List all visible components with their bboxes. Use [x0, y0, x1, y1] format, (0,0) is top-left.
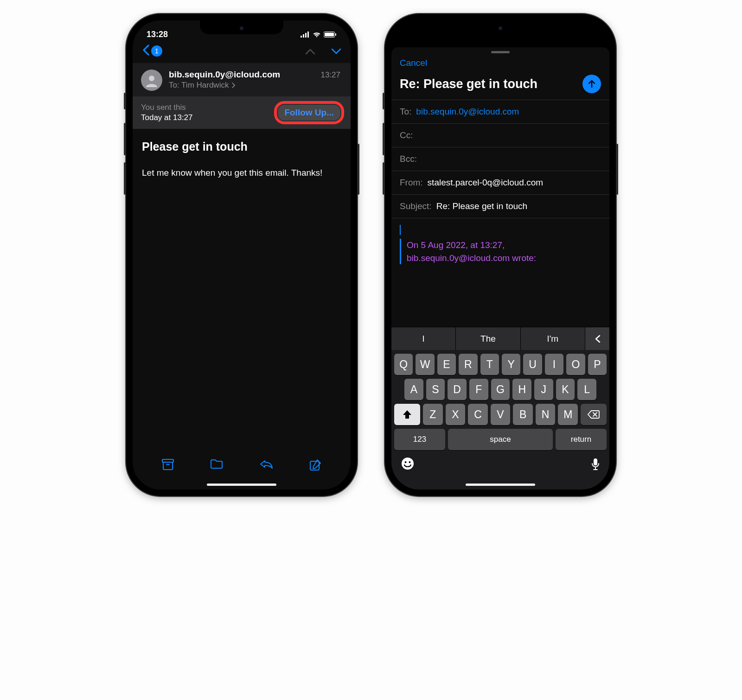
- svg-point-7: [149, 76, 154, 81]
- key-p[interactable]: P: [588, 354, 607, 375]
- move-icon[interactable]: [210, 459, 223, 473]
- cancel-button[interactable]: Cancel: [400, 58, 427, 68]
- key-e[interactable]: E: [437, 354, 456, 375]
- key-t[interactable]: T: [480, 354, 499, 375]
- sheet-grabber[interactable]: [491, 51, 510, 53]
- subject-value: Re: Please get in touch: [436, 201, 527, 211]
- bottom-toolbar: [133, 459, 351, 477]
- prev-message-button[interactable]: [305, 45, 315, 57]
- svg-point-17: [402, 458, 414, 470]
- bcc-field[interactable]: Bcc:: [391, 147, 609, 171]
- key-g[interactable]: G: [491, 379, 510, 400]
- send-button[interactable]: [582, 75, 601, 93]
- key-x[interactable]: X: [446, 404, 466, 425]
- key-c[interactable]: C: [468, 404, 488, 425]
- from-field[interactable]: From: stalest.parcel-0q@icloud.com: [391, 171, 609, 194]
- prediction-1[interactable]: I: [391, 327, 456, 350]
- key-h[interactable]: H: [512, 379, 531, 400]
- unread-badge: 1: [151, 45, 162, 57]
- chevron-left-icon: [142, 43, 149, 59]
- sent-label: You sent this: [141, 102, 193, 113]
- compose-icon[interactable]: [309, 459, 321, 473]
- follow-up-button[interactable]: Follow Up...: [278, 105, 340, 121]
- subject-field[interactable]: Subject: Re: Please get in touch: [391, 194, 609, 218]
- mail-nav-bar: 1: [133, 43, 351, 63]
- compose-body[interactable]: On 5 Aug 2022, at 13:27, bib.sequin.0y@i…: [391, 218, 609, 273]
- key-j[interactable]: J: [534, 379, 553, 400]
- follow-up-banner: You sent this Today at 13:27 Follow Up..…: [133, 96, 351, 129]
- key-a[interactable]: A: [404, 379, 423, 400]
- svg-rect-6: [335, 33, 336, 36]
- sent-time: Today at 13:27: [141, 113, 193, 123]
- from-address[interactable]: bib.sequin.0y@icloud.com: [169, 70, 280, 80]
- from-value: stalest.parcel-0q@icloud.com: [428, 178, 544, 188]
- message-time: 13:27: [320, 70, 342, 80]
- svg-rect-1: [303, 34, 304, 38]
- next-message-button[interactable]: [331, 45, 341, 57]
- key-z[interactable]: Z: [423, 404, 443, 425]
- message-subject: Please get in touch: [142, 140, 341, 153]
- key-w[interactable]: W: [416, 354, 434, 375]
- iphone-right: 13:29 Cancel Re: Please get in touch To:: [385, 14, 616, 496]
- key-q[interactable]: Q: [394, 354, 413, 375]
- svg-rect-0: [301, 36, 302, 38]
- to-value: bib.sequin.0y@icloud.com: [416, 107, 519, 117]
- archive-icon[interactable]: [162, 459, 174, 473]
- home-indicator[interactable]: [466, 484, 535, 486]
- key-b[interactable]: B: [513, 404, 533, 425]
- avatar[interactable]: [141, 70, 162, 91]
- compose-sheet: Cancel Re: Please get in touch To: bib.s…: [391, 47, 609, 490]
- key-n[interactable]: N: [536, 404, 556, 425]
- shift-key[interactable]: [394, 404, 420, 425]
- message-content: Let me know when you get this email. Tha…: [142, 166, 341, 179]
- wifi-icon: [313, 32, 321, 38]
- collapse-predictions[interactable]: [585, 327, 609, 350]
- key-k[interactable]: K: [556, 379, 575, 400]
- key-o[interactable]: O: [566, 354, 585, 375]
- space-key[interactable]: space: [448, 429, 553, 450]
- key-v[interactable]: V: [491, 404, 511, 425]
- svg-point-19: [409, 461, 411, 463]
- text-cursor: [400, 225, 401, 235]
- to-field[interactable]: To: Tim Hardwick: [169, 81, 342, 90]
- key-s[interactable]: S: [426, 379, 445, 400]
- key-i[interactable]: I: [545, 354, 563, 375]
- numbers-key[interactable]: 123: [394, 429, 445, 450]
- key-u[interactable]: U: [523, 354, 542, 375]
- svg-rect-2: [305, 33, 307, 38]
- battery-icon: [324, 32, 337, 38]
- status-time: 13:28: [147, 30, 168, 39]
- cc-field[interactable]: Cc:: [391, 123, 609, 147]
- reply-icon[interactable]: [259, 459, 273, 473]
- key-y[interactable]: Y: [502, 354, 520, 375]
- prediction-2[interactable]: The: [456, 327, 520, 350]
- key-m[interactable]: M: [558, 404, 578, 425]
- compose-title: Re: Please get in touch: [400, 77, 537, 91]
- dictation-key[interactable]: [591, 458, 600, 473]
- home-indicator[interactable]: [207, 484, 276, 486]
- message-body: Please get in touch Let me know when you…: [133, 129, 351, 191]
- highlight-annotation: Follow Up...: [274, 101, 344, 124]
- quoted-text: On 5 Aug 2022, at 13:27, bib.sequin.0y@i…: [400, 239, 601, 264]
- key-l[interactable]: L: [577, 379, 596, 400]
- prediction-3[interactable]: I'm: [521, 327, 585, 350]
- to-field[interactable]: To: bib.sequin.0y@icloud.com: [391, 100, 609, 123]
- back-button[interactable]: 1: [142, 43, 162, 59]
- svg-rect-5: [325, 32, 334, 36]
- svg-point-18: [405, 461, 407, 463]
- key-d[interactable]: D: [448, 379, 467, 400]
- backspace-key[interactable]: [581, 404, 607, 425]
- keyboard: I The I'm QWERTYUIOP ASDFGHJKL ZXCVBNM 1…: [391, 327, 609, 490]
- iphone-left: 13:28 1: [126, 14, 357, 496]
- key-f[interactable]: F: [469, 379, 488, 400]
- svg-rect-3: [307, 32, 309, 38]
- cellular-icon: [301, 32, 310, 38]
- return-key[interactable]: return: [556, 429, 607, 450]
- message-header: bib.sequin.0y@icloud.com 13:27 To: Tim H…: [133, 63, 351, 96]
- key-r[interactable]: R: [459, 354, 477, 375]
- predictive-row: I The I'm: [391, 327, 609, 350]
- svg-rect-8: [162, 459, 173, 462]
- svg-rect-20: [594, 458, 597, 465]
- emoji-key[interactable]: [401, 457, 415, 474]
